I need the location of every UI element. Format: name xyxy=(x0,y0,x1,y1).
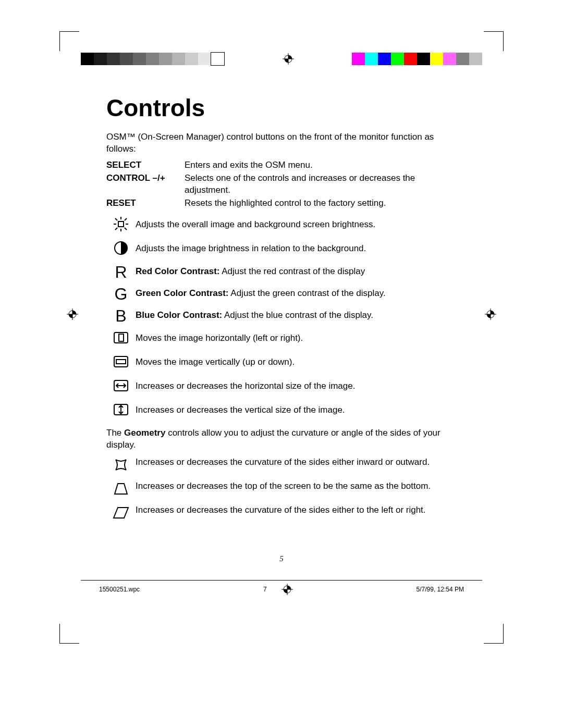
letter-g-icon: G xyxy=(113,286,129,302)
color-swatch xyxy=(469,53,482,65)
gray-swatch xyxy=(198,53,211,65)
color-swatch xyxy=(456,53,469,65)
color-swatch xyxy=(443,53,456,65)
hpos-icon xyxy=(113,329,129,348)
definitions-list: SELECTEnters and exits the OSM menu.CONT… xyxy=(106,159,459,209)
gray-swatch xyxy=(81,53,94,65)
controls-list: Adjusts the overall image and background… xyxy=(106,216,459,420)
color-swatch xyxy=(352,53,365,65)
crop-mark-bl xyxy=(59,624,79,644)
gray-swatch xyxy=(107,53,120,65)
control-text: Moves the image horizontally (left or ri… xyxy=(136,333,303,343)
control-row: GGreen Color Contrast: Adjust the green … xyxy=(106,286,459,302)
gray-swatch xyxy=(146,53,159,65)
color-swatch xyxy=(404,53,417,65)
color-calibration-bar xyxy=(81,53,482,65)
definition-row: CONTROL –/+Selects one of the controls a… xyxy=(106,172,459,196)
control-text: Adjusts the image brightness in relation… xyxy=(136,243,366,253)
definition-desc: Enters and exits the OSM menu. xyxy=(185,159,459,171)
control-row: Adjusts the image brightness in relation… xyxy=(106,240,459,258)
control-row: BBlue Color Contrast: Adjust the blue co… xyxy=(106,307,459,324)
crop-mark-br xyxy=(484,624,504,644)
control-text: Increases or decreases the vertical size… xyxy=(136,405,345,415)
control-text: Moves the image vertically (up or down). xyxy=(136,357,295,367)
parallelogram-icon xyxy=(113,504,129,523)
geometry-intro-before: The xyxy=(106,428,124,438)
letter-b-icon: B xyxy=(113,307,129,324)
registration-mark-right-icon xyxy=(485,309,496,320)
control-bold: Blue Color Contrast: xyxy=(136,310,222,320)
geometry-text: Increases or decreases the top of the sc… xyxy=(136,481,431,491)
definition-term: SELECT xyxy=(106,159,185,171)
definition-term: RESET xyxy=(106,198,185,209)
letter-r-icon: R xyxy=(113,264,129,280)
definition-term: CONTROL –/+ xyxy=(106,172,185,196)
footer-sheet: 7 xyxy=(263,586,267,593)
control-text: Adjust the red contrast of the display xyxy=(220,266,365,276)
brightness-icon xyxy=(113,216,129,235)
footer-rule xyxy=(81,580,482,581)
color-swatch xyxy=(391,53,404,65)
control-row: Moves the image vertically (up or down). xyxy=(106,353,459,372)
hsize-icon xyxy=(113,377,129,396)
footer-timestamp: 5/7/99, 12:54 PM xyxy=(417,586,464,593)
control-bold: Red Color Contrast: xyxy=(136,266,220,276)
definition-row: RESETResets the highlighted control to t… xyxy=(106,198,459,209)
control-row: RRed Color Contrast: Adjust the red cont… xyxy=(106,264,459,280)
registration-mark-left-icon xyxy=(67,309,78,320)
pincushion-icon xyxy=(113,456,129,475)
contrast-icon xyxy=(113,240,129,258)
color-swatch xyxy=(365,53,378,65)
page-title: Controls xyxy=(106,94,459,122)
gray-swatch xyxy=(185,53,198,65)
crop-mark-tr xyxy=(484,31,504,51)
control-text: Adjust the green contrast of the display… xyxy=(229,288,386,298)
registration-mark-footer-icon xyxy=(282,584,293,595)
gray-swatch xyxy=(159,53,172,65)
trapezoid-icon xyxy=(113,480,129,499)
vsize-icon xyxy=(113,401,129,420)
footer-filename: 15500251.wpc xyxy=(99,586,140,593)
control-text: Adjust the blue contrast of the display. xyxy=(222,310,373,320)
color-swatch xyxy=(378,53,391,65)
control-row: Adjusts the overall image and background… xyxy=(106,216,459,235)
geometry-row: Increases or decreases the curvature of … xyxy=(106,456,459,475)
control-row: Increases or decreases the horizontal si… xyxy=(106,377,459,396)
registration-mark-icon xyxy=(283,53,294,65)
geometry-text: Increases or decreases the curvature of … xyxy=(136,457,430,467)
gray-swatch xyxy=(133,53,146,65)
gray-swatch xyxy=(211,53,224,65)
page-number: 5 xyxy=(0,554,563,563)
geometry-intro: The Geometry controls allow you to adjus… xyxy=(106,427,459,451)
control-text: Increases or decreases the horizontal si… xyxy=(136,381,355,391)
control-row: Increases or decreases the vertical size… xyxy=(106,401,459,420)
geometry-text: Increases or decreases the curvature of … xyxy=(136,505,426,515)
page-content: Controls OSM™ (On-Screen Manager) contro… xyxy=(106,89,459,528)
color-swatch xyxy=(417,53,430,65)
intro-paragraph: OSM™ (On-Screen Manager) control buttons… xyxy=(106,131,459,155)
gray-swatch xyxy=(120,53,133,65)
geometry-list: Increases or decreases the curvature of … xyxy=(106,456,459,523)
gray-swatch xyxy=(172,53,185,65)
geometry-intro-bold: Geometry xyxy=(124,428,165,438)
crop-mark-tl xyxy=(59,31,79,51)
control-bold: Green Color Contrast: xyxy=(136,288,229,298)
control-text: Adjusts the overall image and background… xyxy=(136,219,375,229)
geometry-row: Increases or decreases the curvature of … xyxy=(106,504,459,523)
control-row: Moves the image horizontally (left or ri… xyxy=(106,329,459,348)
geometry-row: Increases or decreases the top of the sc… xyxy=(106,480,459,499)
definition-desc: Selects one of the controls and increase… xyxy=(185,172,459,196)
definition-row: SELECTEnters and exits the OSM menu. xyxy=(106,159,459,171)
color-swatch xyxy=(430,53,443,65)
page-footer: 15500251.wpc 7 5/7/99, 12:54 PM xyxy=(99,584,464,595)
vpos-icon xyxy=(113,353,129,372)
definition-desc: Resets the highlighted control to the fa… xyxy=(185,198,459,209)
gray-swatch xyxy=(94,53,107,65)
